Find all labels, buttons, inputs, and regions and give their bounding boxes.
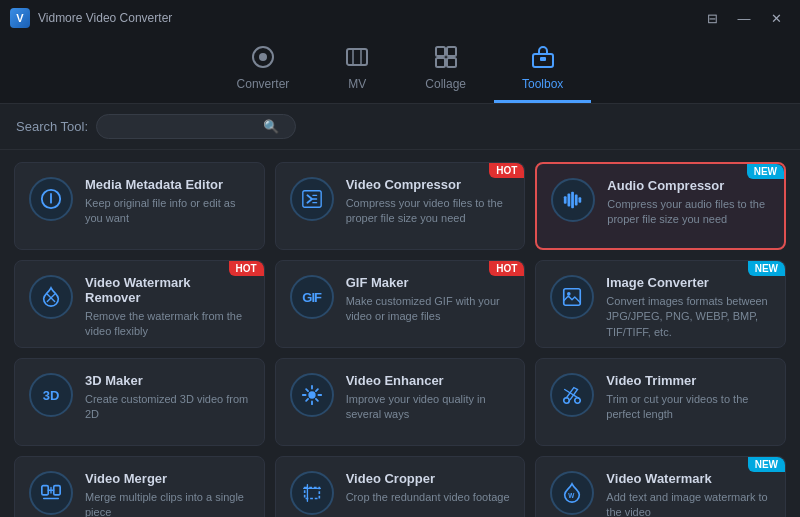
converter-label: Converter <box>237 77 290 91</box>
tool-card-media-metadata-editor[interactable]: Media Metadata Editor Keep original file… <box>14 162 265 250</box>
tool-name-video-cropper: Video Cropper <box>346 471 511 486</box>
tool-desc-media-metadata-editor: Keep original file info or edit as you w… <box>85 196 250 227</box>
nav-item-converter[interactable]: Converter <box>209 36 318 103</box>
svg-rect-14 <box>575 195 578 206</box>
tool-icon-video-cropper <box>290 471 334 515</box>
tool-name-video-watermark: Video Watermark <box>606 471 771 486</box>
svg-rect-6 <box>447 58 456 67</box>
mv-label: MV <box>348 77 366 91</box>
tool-icon-image-converter <box>550 275 594 319</box>
search-bar: Search Tool: 🔍 <box>0 104 800 150</box>
badge-video-compressor: Hot <box>489 163 524 178</box>
svg-rect-15 <box>579 197 582 203</box>
minimize-button[interactable]: ⊟ <box>698 8 726 28</box>
tool-name-video-trimmer: Video Trimmer <box>606 373 771 388</box>
tool-card-video-compressor[interactable]: Hot Video Compressor Compress your video… <box>275 162 526 250</box>
tool-card-3d-maker[interactable]: 3D 3D Maker Create customized 3D video f… <box>14 358 265 446</box>
tool-text-3d-maker: 3D Maker Create customized 3D video from… <box>85 373 250 423</box>
tool-icon-audio-compressor <box>551 178 595 222</box>
tool-text-video-enhancer: Video Enhancer Improve your video qualit… <box>346 373 511 423</box>
converter-icon <box>251 45 275 73</box>
tool-name-image-converter: Image Converter <box>606 275 771 290</box>
tool-desc-video-trimmer: Trim or cut your videos to the perfect l… <box>606 392 771 423</box>
tool-text-media-metadata-editor: Media Metadata Editor Keep original file… <box>85 177 250 227</box>
title-bar: V Vidmore Video Converter ⊟ — ✕ <box>0 0 800 36</box>
tool-card-video-trimmer[interactable]: Video Trimmer Trim or cut your videos to… <box>535 358 786 446</box>
nav-bar: Converter MV Collage <box>0 36 800 104</box>
tool-card-video-cropper[interactable]: Video Cropper Crop the redundant video f… <box>275 456 526 517</box>
tool-desc-video-enhancer: Improve your video quality in several wa… <box>346 392 511 423</box>
tool-icon-video-enhancer <box>290 373 334 417</box>
tool-text-video-watermark-remover: Video Watermark Remover Remove the water… <box>85 275 250 340</box>
tool-desc-image-converter: Convert images formats between JPG/JPEG,… <box>606 294 771 340</box>
tool-desc-gif-maker: Make customized GIF with your video or i… <box>346 294 511 325</box>
svg-point-18 <box>308 391 315 398</box>
tool-name-video-enhancer: Video Enhancer <box>346 373 511 388</box>
close-button[interactable]: ✕ <box>762 8 790 28</box>
tool-icon-video-merger <box>29 471 73 515</box>
badge-image-converter: New <box>748 261 785 276</box>
svg-rect-22 <box>54 486 60 495</box>
tool-text-video-trimmer: Video Trimmer Trim or cut your videos to… <box>606 373 771 423</box>
tool-card-video-enhancer[interactable]: Video Enhancer Improve your video qualit… <box>275 358 526 446</box>
tool-card-video-watermark[interactable]: New W Video Watermark Add text and image… <box>535 456 786 517</box>
tool-card-video-watermark-remover[interactable]: Hot Video Watermark Remover Remove the w… <box>14 260 265 348</box>
tool-card-video-merger[interactable]: Video Merger Merge multiple clips into a… <box>14 456 265 517</box>
tool-name-gif-maker: GIF Maker <box>346 275 511 290</box>
tool-icon-video-trimmer <box>550 373 594 417</box>
svg-rect-16 <box>564 289 581 306</box>
tool-name-audio-compressor: Audio Compressor <box>607 178 770 193</box>
tool-text-video-watermark: Video Watermark Add text and image water… <box>606 471 771 517</box>
svg-rect-8 <box>540 57 546 61</box>
mv-icon <box>345 45 369 73</box>
tool-text-video-cropper: Video Cropper Crop the redundant video f… <box>346 471 511 505</box>
app-title: Vidmore Video Converter <box>38 11 172 25</box>
tool-name-3d-maker: 3D Maker <box>85 373 250 388</box>
toolbox-label: Toolbox <box>522 77 563 91</box>
nav-item-toolbox[interactable]: Toolbox <box>494 36 591 103</box>
search-label: Search Tool: <box>16 119 88 134</box>
badge-audio-compressor: New <box>747 164 784 179</box>
maximize-button[interactable]: — <box>730 8 758 28</box>
svg-rect-5 <box>436 58 445 67</box>
tool-icon-media-metadata-editor <box>29 177 73 221</box>
nav-item-mv[interactable]: MV <box>317 36 397 103</box>
app-icon: V <box>10 8 30 28</box>
tool-card-audio-compressor[interactable]: New Audio Compressor Compress your audio… <box>535 162 786 250</box>
search-input[interactable] <box>107 120 257 134</box>
svg-point-1 <box>259 53 267 61</box>
svg-text:W: W <box>569 492 576 499</box>
svg-rect-21 <box>42 486 48 495</box>
tool-desc-video-watermark-remover: Remove the watermark from the video flex… <box>85 309 250 340</box>
tool-desc-3d-maker: Create customized 3D video from 2D <box>85 392 250 423</box>
tool-text-video-merger: Video Merger Merge multiple clips into a… <box>85 471 250 517</box>
badge-video-watermark-remover: Hot <box>229 261 264 276</box>
tool-icon-video-watermark: W <box>550 471 594 515</box>
tool-icon-3d-maker: 3D <box>29 373 73 417</box>
tool-icon-video-watermark-remover <box>29 275 73 319</box>
title-bar-controls: ⊟ — ✕ <box>698 8 790 28</box>
svg-rect-4 <box>447 47 456 56</box>
title-bar-left: V Vidmore Video Converter <box>10 8 172 28</box>
tool-name-media-metadata-editor: Media Metadata Editor <box>85 177 250 192</box>
tool-name-video-merger: Video Merger <box>85 471 250 486</box>
tools-grid: Media Metadata Editor Keep original file… <box>0 150 800 517</box>
collage-icon <box>434 45 458 73</box>
tool-icon-video-compressor <box>290 177 334 221</box>
tool-name-video-compressor: Video Compressor <box>346 177 511 192</box>
badge-video-watermark: New <box>748 457 785 472</box>
tool-card-gif-maker[interactable]: Hot GIF GIF Maker Make customized GIF wi… <box>275 260 526 348</box>
toolbox-icon <box>531 45 555 73</box>
svg-rect-3 <box>436 47 445 56</box>
tool-desc-video-compressor: Compress your video files to the proper … <box>346 196 511 227</box>
svg-rect-11 <box>564 196 567 203</box>
tool-name-video-watermark-remover: Video Watermark Remover <box>85 275 250 305</box>
svg-rect-12 <box>568 194 571 207</box>
tool-card-image-converter[interactable]: New Image Converter Convert images forma… <box>535 260 786 348</box>
nav-item-collage[interactable]: Collage <box>397 36 494 103</box>
tool-text-gif-maker: GIF Maker Make customized GIF with your … <box>346 275 511 325</box>
tool-text-audio-compressor: Audio Compressor Compress your audio fil… <box>607 178 770 228</box>
collage-label: Collage <box>425 77 466 91</box>
svg-point-19 <box>564 398 570 404</box>
search-input-wrap[interactable]: 🔍 <box>96 114 296 139</box>
